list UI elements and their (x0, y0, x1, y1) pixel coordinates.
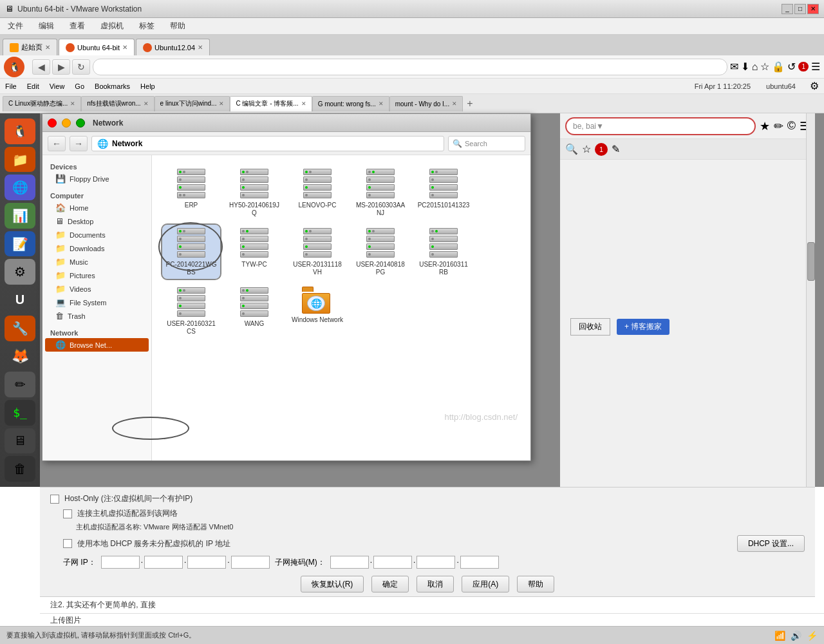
new-tab-btn[interactable]: + (463, 98, 476, 109)
dock-pencil-icon[interactable]: ✏ (5, 372, 35, 397)
apply-btn[interactable]: 应用(A) (462, 576, 509, 592)
dock-monitor-icon[interactable]: 🖥 (5, 428, 35, 454)
tab-ubuntu1204[interactable]: Ubuntu12.04 ✕ (136, 39, 210, 55)
right-search-icon[interactable]: 🔍 (565, 143, 578, 155)
sidebar-item-videos[interactable]: 📁 Videos (42, 282, 151, 296)
recycle-btn[interactable]: 回收站 (570, 318, 610, 336)
bmenu-help[interactable]: Help (140, 82, 155, 90)
sidebar-item-filesystem[interactable]: 💻 File System (42, 296, 151, 309)
ok-btn[interactable]: 确定 (371, 576, 409, 592)
file-item-erp[interactable]: ERP (162, 166, 220, 220)
wtab-1[interactable]: nfs挂载错误wron... ✕ (81, 96, 154, 111)
vmware-window-controls[interactable]: _ □ ✕ (782, 4, 819, 14)
dock-settings-icon[interactable]: ⚙ (5, 259, 35, 285)
file-item-user2014[interactable]: USER-20140818PG (351, 225, 409, 279)
wtab-5[interactable]: mount - Why do I... ✕ (389, 96, 463, 111)
tab-ubuntu64-close[interactable]: ✕ (122, 44, 127, 51)
fm-back-btn[interactable]: ← (48, 136, 66, 151)
dhcp-settings-btn[interactable]: DHCP 设置... (737, 535, 805, 552)
bmenu-go[interactable]: Go (75, 82, 84, 90)
file-item-lenovo[interactable]: LENOVO-PC (288, 166, 346, 220)
subnet-ip-1[interactable] (101, 556, 140, 569)
mask-3[interactable] (417, 556, 455, 569)
sidebar-item-trash[interactable]: 🗑 Trash (42, 309, 151, 323)
file-item-tyw[interactable]: TYW-PC (225, 225, 283, 279)
sidebar-item-music[interactable]: 📁 Music (42, 255, 151, 269)
fm-minimize-btn[interactable] (62, 118, 71, 128)
subnet-ip-3[interactable] (187, 556, 226, 569)
mask-4[interactable] (460, 556, 499, 569)
wtab-3-close[interactable]: ✕ (301, 100, 306, 107)
right-star-icon[interactable]: ★ (760, 119, 770, 133)
connect-host-checkbox[interactable] (63, 509, 72, 518)
subnet-ip-4[interactable] (231, 556, 270, 569)
sidebar-item-browse-network[interactable]: 🌐 Browse Net... (45, 338, 149, 352)
wtab-3[interactable]: C 编辑文章 - 博客频... ✕ (230, 96, 312, 111)
scrollbar-thumb[interactable] (807, 242, 815, 281)
browser-refresh-btn[interactable]: ↻ (72, 59, 90, 75)
wtab-5-close[interactable]: ✕ (452, 100, 457, 107)
dock-unity-icon[interactable]: U (5, 287, 35, 313)
mask-2[interactable] (373, 556, 412, 569)
bmenu-edit[interactable]: Edit (27, 82, 39, 90)
dock-firefox-icon[interactable]: 🦊 (5, 344, 35, 370)
address-bar[interactable] (93, 59, 727, 75)
menu-icon[interactable]: ☰ (811, 61, 820, 73)
file-item-user2016cs[interactable]: USER-20160321CS (162, 284, 220, 338)
tab-start[interactable]: 起始页 ✕ (3, 39, 57, 55)
browser-nav-buttons[interactable]: ◀ ▶ ↻ (32, 59, 90, 75)
refresh-icon[interactable]: ↺ (787, 61, 796, 73)
sidebar-item-home[interactable]: 🏠 Home (42, 201, 151, 214)
dock-wrench-icon[interactable]: 🔧 (5, 316, 35, 341)
tab-ubuntu64[interactable]: Ubuntu 64-bit ✕ (59, 39, 135, 55)
wtab-0[interactable]: C Linux驱动静态编... ✕ (3, 96, 81, 111)
dock-calc-icon[interactable]: 📝 (5, 231, 35, 257)
blog-move-btn[interactable]: + 博客搬家 (617, 319, 670, 335)
wtab-0-close[interactable]: ✕ (70, 100, 75, 107)
help-btn[interactable]: 帮助 (517, 576, 554, 592)
bmenu-bookmarks[interactable]: Bookmarks (95, 82, 130, 90)
file-item-windows-network[interactable]: 🌐 Windows Network (288, 284, 346, 338)
star-icon[interactable]: ☆ (760, 61, 769, 73)
home-icon[interactable]: ⌂ (752, 61, 758, 73)
file-item-ms[interactable]: MS-20160303AANJ (351, 166, 409, 220)
subnet-ip-2[interactable] (144, 556, 183, 569)
bmenu-view[interactable]: View (50, 82, 65, 90)
tab-ubuntu1204-close[interactable]: ✕ (198, 44, 203, 51)
right-copy-icon[interactable]: © (787, 119, 796, 133)
right-star2-icon[interactable]: ☆ (582, 143, 591, 155)
fm-search-bar[interactable]: 🔍 Search (448, 136, 525, 151)
fm-forward-btn[interactable]: → (70, 136, 88, 151)
menu-vm[interactable]: 虚拟机 (98, 19, 126, 33)
vmware-maximize-btn[interactable]: □ (794, 4, 806, 14)
host-only-checkbox[interactable] (50, 495, 59, 504)
fm-location-bar[interactable]: 🌐 Network (91, 136, 444, 151)
restore-default-btn[interactable]: 恢复默认(R) (301, 576, 364, 592)
dock-browser-icon[interactable]: 🌐 (5, 175, 35, 200)
menu-help[interactable]: 帮助 (167, 19, 188, 33)
fm-close-btn[interactable] (48, 118, 57, 128)
wtab-2-close[interactable]: ✕ (219, 100, 224, 107)
file-item-user2016rb[interactable]: USER-20160311RB (415, 225, 473, 279)
menu-edit[interactable]: 编辑 (36, 19, 57, 33)
tab-start-close[interactable]: ✕ (45, 44, 50, 51)
dock-files-icon[interactable]: 📁 (5, 147, 35, 173)
menu-view[interactable]: 查看 (67, 19, 88, 33)
file-item-pc2014[interactable]: PC-20140221WGBS (162, 225, 220, 279)
right-edit-icon[interactable]: ✏ (774, 119, 783, 133)
dock-office-icon[interactable]: 📊 (5, 203, 35, 229)
fm-maximize-btn[interactable] (76, 118, 85, 128)
sidebar-item-pictures[interactable]: 📁 Pictures (42, 269, 151, 282)
file-item-pc2015[interactable]: PC201510141323 (415, 166, 473, 220)
cancel-btn[interactable]: 取消 (417, 576, 454, 592)
wtab-1-close[interactable]: ✕ (144, 100, 149, 107)
sidebar-item-floppy[interactable]: 💾 Floppy Drive (42, 172, 151, 185)
bmenu-file[interactable]: File (5, 82, 17, 90)
right-pen-icon[interactable]: ✎ (612, 143, 620, 155)
dock-ubuntu-icon[interactable]: 🐧 (5, 118, 35, 144)
sidebar-item-documents[interactable]: 📁 Documents (42, 228, 151, 242)
file-item-user2013[interactable]: USER-20131118VH (288, 225, 346, 279)
browser-back-btn[interactable]: ◀ (32, 59, 50, 75)
dock-trash-icon[interactable]: 🗑 (5, 456, 35, 482)
wtab-4-close[interactable]: ✕ (379, 100, 384, 107)
